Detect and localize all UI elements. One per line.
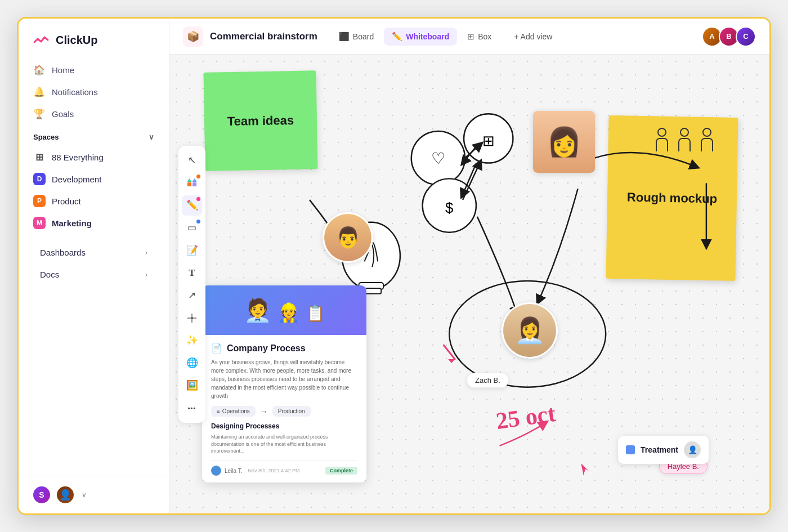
person-icon-2 bbox=[678, 128, 691, 151]
home-icon: 🏠 bbox=[33, 64, 45, 76]
svg-marker-2 bbox=[187, 178, 192, 182]
sidebar-item-notifications[interactable]: 🔔 Notifications bbox=[25, 81, 162, 103]
treatment-label: Treatment bbox=[641, 445, 678, 454]
spaces-header: Spaces ∨ bbox=[19, 125, 169, 146]
person-body-2 bbox=[678, 138, 691, 151]
pencil-tool[interactable]: ✏️ bbox=[182, 195, 202, 216]
image-tool[interactable]: 🖼️ bbox=[182, 375, 202, 396]
flow-from-label: Operations bbox=[222, 408, 250, 414]
doc-card-body: 📄 Company Process As your business grows… bbox=[202, 335, 366, 482]
toolbar: 📦 Commercial brainstorm ⬛ Board ✏️ White… bbox=[169, 19, 769, 55]
sidebar: ClickUp 🏠 Home 🔔 Notifications 🏆 Goals S… bbox=[19, 19, 169, 513]
logo[interactable]: ClickUp bbox=[19, 19, 169, 59]
view-tabs: ⬛ Board ✏️ Whiteboard ⊞ Box + Add view bbox=[331, 28, 561, 46]
person-head-3 bbox=[702, 128, 711, 137]
add-view-button[interactable]: + Add view bbox=[506, 28, 560, 45]
doc-author: Leila T. bbox=[225, 468, 243, 474]
person-body-3 bbox=[701, 138, 713, 151]
sidebar-nav: 🏠 Home 🔔 Notifications 🏆 Goals bbox=[19, 59, 169, 125]
rectangle-tool[interactable]: ▭ bbox=[182, 218, 202, 238]
whiteboard-canvas[interactable]: ↖ ✏️ ▭ 📝 T ↗ ✨ 🌐 🖼️ bbox=[169, 55, 769, 513]
sidebar-item-product[interactable]: P Product bbox=[25, 190, 162, 212]
app-frame: ClickUp 🏠 Home 🔔 Notifications 🏆 Goals S… bbox=[17, 17, 771, 515]
sidebar-bottom: S 👤 ∨ bbox=[19, 476, 169, 513]
tab-board[interactable]: ⬛ Board bbox=[331, 28, 382, 46]
logo-text: ClickUp bbox=[56, 34, 97, 47]
dashboards-label: Dashboards bbox=[40, 248, 86, 257]
shapes-tool[interactable] bbox=[182, 173, 202, 193]
svg-text:♡: ♡ bbox=[431, 150, 445, 167]
connector-tool[interactable]: ↗ bbox=[182, 285, 202, 306]
user-menu-chevron-icon[interactable]: ∨ bbox=[82, 491, 87, 499]
user-avatar-s[interactable]: S bbox=[32, 485, 51, 504]
sparkle-tool[interactable]: ✨ bbox=[182, 330, 202, 351]
doc-status-badge: Complete bbox=[325, 467, 357, 475]
sidebar-item-docs[interactable]: Docs › bbox=[25, 263, 162, 285]
sticky-note-team-ideas[interactable]: Team ideas bbox=[203, 70, 317, 171]
user-avatar-2[interactable]: 👤 bbox=[56, 485, 75, 504]
page-type-icon: 📦 bbox=[183, 26, 203, 47]
person-head-2 bbox=[680, 128, 689, 137]
treatment-avatar: 👤 bbox=[684, 441, 701, 458]
flow-to-label: Production bbox=[278, 408, 305, 414]
svg-point-11 bbox=[464, 114, 513, 163]
canvas-avatar-woman-right: 👩 bbox=[533, 111, 595, 173]
sidebar-item-home[interactable]: 🏠 Home bbox=[25, 59, 162, 81]
author-dot bbox=[211, 466, 221, 476]
text-tool[interactable]: T bbox=[182, 263, 202, 283]
dashboards-chevron-icon: › bbox=[145, 248, 147, 257]
svg-marker-21 bbox=[448, 359, 455, 363]
people-icons-group bbox=[656, 128, 713, 151]
bell-icon: 🔔 bbox=[33, 86, 45, 98]
sticky-tool[interactable]: 📝 bbox=[182, 240, 202, 261]
doc-card-subtitle: Designing Processes bbox=[211, 422, 357, 430]
flow-arrow-icon: → bbox=[260, 407, 268, 416]
canvas-avatar-man-left: 👨 bbox=[323, 212, 373, 263]
toolbar-title-group: 📦 Commercial brainstorm bbox=[183, 26, 317, 47]
docs-label: Docs bbox=[40, 270, 59, 279]
tools-panel: ↖ ✏️ ▭ 📝 T ↗ ✨ 🌐 🖼️ bbox=[178, 146, 205, 423]
more-tools[interactable]: ••• bbox=[182, 398, 202, 418]
date-label: 25 oct bbox=[494, 400, 557, 435]
globe-tool[interactable]: 🌐 bbox=[182, 353, 202, 373]
everything-label: 88 Everything bbox=[52, 153, 104, 162]
whiteboard-icon: ✏️ bbox=[392, 32, 402, 42]
spaces-label: Spaces bbox=[33, 133, 59, 141]
box-icon: ⊞ bbox=[467, 32, 474, 42]
sidebar-item-development[interactable]: D Development bbox=[25, 168, 162, 190]
canvas-avatar-woman-center: 👩‍💼 bbox=[502, 302, 558, 359]
tab-box-label: Box bbox=[478, 32, 491, 41]
svg-marker-3 bbox=[192, 178, 197, 182]
sidebar-item-marketing[interactable]: M Marketing bbox=[25, 212, 162, 234]
development-icon: D bbox=[33, 173, 46, 185]
spaces-chevron-icon[interactable]: ∨ bbox=[149, 133, 154, 141]
svg-line-20 bbox=[444, 345, 455, 359]
sidebar-item-everything[interactable]: ⊞ 88 Everything bbox=[25, 146, 162, 168]
person-label-zach: Zach B. bbox=[467, 373, 509, 388]
person-body-1 bbox=[656, 138, 668, 151]
tab-box[interactable]: ⊞ Box bbox=[459, 28, 499, 46]
toolbar-avatar-3[interactable]: C bbox=[736, 26, 756, 47]
main-area: 📦 Commercial brainstorm ⬛ Board ✏️ White… bbox=[169, 19, 769, 513]
tab-whiteboard-label: Whiteboard bbox=[406, 32, 449, 41]
sidebar-item-dashboards[interactable]: Dashboards › bbox=[25, 241, 162, 263]
svg-point-4 bbox=[191, 316, 194, 319]
sticky-team-text: Team ideas bbox=[227, 113, 294, 128]
tab-whiteboard[interactable]: ✏️ Whiteboard bbox=[384, 28, 457, 46]
person-icon-3 bbox=[701, 128, 713, 151]
treatment-color-box bbox=[626, 445, 635, 454]
doc-card[interactable]: 🧑‍💼 👷 📋 📄 Company Process As your busine… bbox=[202, 285, 366, 482]
board-icon: ⬛ bbox=[339, 32, 350, 42]
network-tool[interactable] bbox=[182, 308, 202, 328]
trophy-icon: 🏆 bbox=[33, 108, 45, 120]
person-head-1 bbox=[657, 128, 666, 137]
tab-board-label: Board bbox=[353, 32, 374, 41]
svg-text:$: $ bbox=[445, 200, 453, 216]
doc-date: Nov 8th, 2021 4:42 PM bbox=[248, 468, 300, 473]
sidebar-goals-label: Goals bbox=[52, 109, 74, 119]
treatment-card[interactable]: Treatment 👤 bbox=[618, 436, 709, 464]
sidebar-item-goals[interactable]: 🏆 Goals bbox=[25, 103, 162, 125]
flow-to: Production bbox=[272, 406, 311, 417]
development-label: Development bbox=[52, 175, 101, 184]
cursor-tool[interactable]: ↖ bbox=[182, 150, 202, 171]
